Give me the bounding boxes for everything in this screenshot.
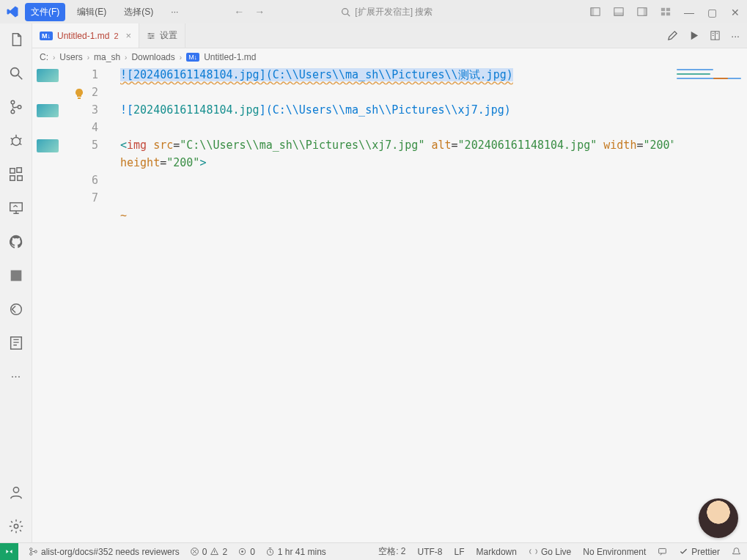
svg-point-0 [342, 8, 348, 14]
search-placeholder: [扩展开发宿主] 搜索 [355, 6, 433, 18]
menu-file[interactable]: 文件(F) [25, 3, 65, 21]
svg-point-37 [30, 548, 32, 550]
svg-point-45 [241, 550, 243, 552]
remote-explorer-icon[interactable] [1, 196, 32, 220]
lightbulb-icon[interactable] [73, 88, 85, 100]
svg-rect-11 [666, 12, 670, 15]
svg-rect-8 [661, 8, 665, 11]
svg-point-26 [13, 487, 18, 493]
svg-rect-10 [661, 12, 665, 15]
line-number: 4 [62, 119, 101, 136]
svg-rect-3 [591, 8, 594, 16]
tab-title: Untitled-1.md [57, 31, 109, 41]
explorer-icon[interactable] [1, 28, 32, 51]
eol-status[interactable]: LF [455, 547, 465, 557]
window-minimize[interactable]: — [684, 7, 694, 17]
layout-right-icon[interactable] [637, 7, 647, 17]
line-number: 3 [62, 101, 101, 119]
breadcrumb-file[interactable]: Untitled-1.md [204, 52, 256, 62]
svg-rect-9 [666, 8, 670, 11]
nav-back[interactable]: ← [234, 6, 244, 18]
more-icon[interactable]: ··· [1, 365, 32, 388]
remote-indicator[interactable] [0, 543, 18, 560]
prettier-status[interactable]: Prettier [679, 547, 720, 557]
titlebar: 文件(F) 编辑(E) 选择(S) ··· ← → [扩展开发宿主] 搜索 — … [0, 0, 747, 23]
svg-point-28 [149, 32, 150, 34]
svg-rect-25 [10, 337, 21, 350]
svg-rect-7 [644, 8, 647, 16]
svg-point-17 [12, 137, 20, 145]
search-icon[interactable] [1, 62, 32, 85]
breadcrumb-part[interactable]: ma_sh [94, 52, 120, 62]
debug-icon[interactable] [1, 129, 32, 152]
settings-gear-icon[interactable] [1, 515, 32, 538]
code-line-3: ![202406161148104.jpg](C:\\Users\\ma_sh\… [120, 101, 511, 119]
split-icon[interactable] [710, 30, 721, 41]
svg-point-39 [34, 550, 37, 553]
window-close[interactable]: ✕ [731, 7, 741, 17]
indentation-status[interactable]: 空格: 2 [378, 545, 405, 558]
vscode-icon [6, 5, 19, 18]
ports-status[interactable]: 0 [238, 547, 255, 557]
encoding-status[interactable]: UTF-8 [418, 547, 443, 557]
svg-line-13 [18, 75, 22, 80]
menu-edit[interactable]: 编辑(E) [71, 3, 112, 21]
menu-select[interactable]: 选择(S) [118, 3, 159, 21]
tab-close-icon[interactable]: × [126, 30, 132, 41]
window-maximize[interactable]: ▢ [707, 7, 718, 17]
code-editor[interactable]: 1 ![202406161148104.jpg](C:\\Users\\ma_s… [32, 66, 674, 542]
code-line-5b: height="200"> [120, 154, 206, 172]
line-number: 1 [62, 66, 101, 84]
extensions-icon[interactable] [1, 163, 32, 186]
language-mode[interactable]: Markdown [476, 547, 517, 557]
account-icon[interactable] [1, 481, 32, 504]
command-center[interactable]: [扩展开发宿主] 搜索 [336, 4, 437, 20]
svg-rect-21 [16, 168, 21, 172]
settings-sliders-icon [147, 32, 155, 40]
minimap[interactable] [674, 66, 747, 542]
line-number: 7 [62, 189, 101, 207]
code-line-5: <img src="C:\\Users\\ma_sh\\Pictures\\xj… [120, 136, 674, 154]
git-branch-status[interactable]: alist-org/docs#352 needs reviewers [29, 547, 180, 557]
feedback-icon[interactable] [658, 547, 667, 556]
editor-actions: ··· [667, 23, 747, 48]
svg-point-29 [152, 34, 153, 36]
github-icon[interactable] [1, 230, 32, 254]
nav-forward[interactable]: → [254, 6, 265, 18]
more-actions-icon[interactable]: ··· [731, 30, 740, 42]
svg-point-15 [11, 110, 15, 114]
source-control-icon[interactable] [1, 95, 32, 119]
breadcrumb[interactable]: C:› Users› ma_sh› Downloads› M↓ Untitled… [32, 48, 747, 66]
breadcrumb-part[interactable]: Downloads [131, 52, 174, 62]
svg-rect-5 [614, 12, 623, 15]
notifications-bell-icon[interactable] [732, 547, 741, 556]
tab-settings[interactable]: 设置 [139, 23, 185, 48]
layout-left-icon[interactable] [590, 7, 600, 17]
menu-more[interactable]: ··· [165, 4, 184, 20]
statusbar: alist-org/docs#352 needs reviewers 0 2 0… [0, 542, 747, 560]
puzzle-icon[interactable] [1, 264, 32, 287]
svg-rect-22 [10, 203, 22, 211]
time-tracker[interactable]: 1 hr 41 mins [265, 547, 326, 557]
line-number: 5 [62, 136, 101, 154]
svg-point-16 [18, 106, 21, 109]
breadcrumb-part[interactable]: C: [40, 52, 48, 62]
go-live[interactable]: Go Live [529, 547, 571, 557]
svg-point-38 [30, 553, 32, 555]
gitlens-icon[interactable] [1, 298, 32, 321]
breadcrumb-part[interactable]: Users [59, 52, 82, 62]
edit-pencil-icon[interactable] [667, 30, 678, 41]
problems-status[interactable]: 0 2 [190, 547, 227, 557]
svg-rect-23 [10, 270, 21, 281]
end-of-file-tilde: ~ [120, 207, 127, 224]
profile-avatar[interactable] [699, 498, 738, 538]
project-icon[interactable] [1, 331, 32, 355]
layout-grid-icon[interactable] [660, 7, 671, 17]
workbench: ··· M↓ Untitled-1.md 2 × 设置 ··· [0, 23, 747, 542]
layout-bottom-icon[interactable] [614, 7, 624, 17]
tab-untitled[interactable]: M↓ Untitled-1.md 2 × [32, 23, 139, 48]
environment-status[interactable]: No Environment [583, 547, 646, 557]
run-icon[interactable] [688, 30, 699, 41]
image-preview-thumbnail [37, 104, 59, 117]
svg-rect-47 [659, 548, 666, 553]
